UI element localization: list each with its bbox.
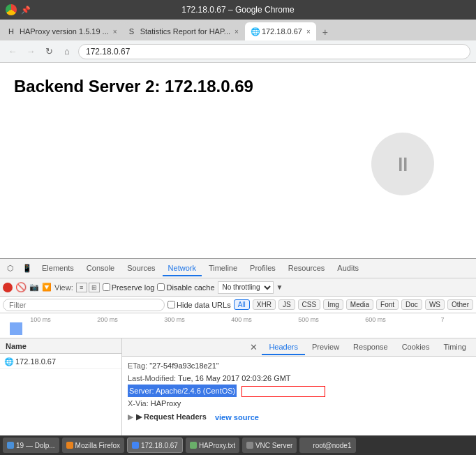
taskbar-item-haproxy[interactable]: HAProxy.txt — [186, 438, 239, 453]
view-source-link[interactable]: view source — [215, 413, 259, 422]
tab-close-2[interactable]: × — [235, 28, 239, 36]
server-key: Server: — [129, 387, 154, 395]
view-list-icon[interactable]: ≡ — [76, 283, 87, 292]
tick-700ms: 7 — [409, 316, 476, 323]
taskbar-item-root[interactable]: root@node1 — [299, 438, 355, 453]
preserve-log-checkbox[interactable] — [103, 283, 110, 291]
view-label: View: — [54, 283, 73, 292]
filter-js-btn[interactable]: JS — [278, 299, 295, 310]
reload-button[interactable]: ↻ — [42, 45, 56, 59]
ghost-overlay: ⏸ — [371, 133, 434, 195]
taskbar-dot-haproxy — [190, 442, 197, 449]
home-button[interactable]: ⌂ — [60, 45, 74, 59]
taskbar-item-firefox[interactable]: Mozilla Firefox — [62, 438, 124, 453]
pin-icon: 📌 — [21, 6, 31, 15]
filter-all-btn[interactable]: All — [234, 299, 250, 310]
filter-other-btn[interactable]: Other — [447, 299, 473, 310]
request-name: 172.18.0.67 — [15, 357, 56, 366]
request-headers-section[interactable]: ▶ ▶ Request Headers view source — [128, 412, 470, 422]
devtools-mobile-icon[interactable]: 📱 — [20, 261, 35, 276]
filter-bar: Hide data URLs All XHR JS CSS Img Media … — [0, 297, 476, 313]
request-row[interactable]: 🌐 172.18.0.67 — [0, 354, 121, 369]
filter-funnel-button[interactable]: 🔽 — [42, 283, 52, 292]
devtools-select-icon[interactable]: ⬡ — [3, 261, 18, 276]
tab-favicon-2: S — [129, 27, 137, 36]
forward-button[interactable]: → — [24, 45, 38, 59]
view-group-icon[interactable]: ⊞ — [89, 283, 100, 292]
server-red-box — [241, 386, 325, 397]
disable-cache-checkbox[interactable] — [157, 283, 165, 291]
filter-doc-btn[interactable]: Doc — [401, 299, 422, 310]
detail-tab-preview[interactable]: Preview — [305, 340, 346, 355]
pause-icon: ⏸ — [393, 153, 412, 176]
devtools-tab-bar: ⬡ 📱 Elements Console Sources Network Tim… — [0, 259, 476, 278]
detail-tab-bar: ✕ Headers Preview Response Cookies Timin… — [122, 338, 476, 357]
tab-statistics-report[interactable]: S Statistics Report for HAP... × — [124, 22, 244, 40]
clear-button[interactable]: 🚫 — [15, 282, 27, 292]
taskbar-item-chrome[interactable]: 172.18.0.67 — [127, 438, 183, 453]
preserve-log-checkbox-label[interactable]: Preserve log — [103, 283, 155, 292]
tab-timeline[interactable]: Timeline — [203, 261, 243, 276]
tab-172-18-0-67[interactable]: 🌐 172.18.0.67 × — [245, 22, 316, 40]
filter-ws-btn[interactable]: WS — [425, 299, 445, 310]
url-input[interactable]: 172.18.0.67 — [78, 44, 470, 59]
tab-audits[interactable]: Audits — [332, 261, 364, 276]
filter-font-btn[interactable]: Font — [376, 299, 399, 310]
timeline-bar: 100 ms 200 ms 300 ms 400 ms 500 ms 600 m… — [0, 313, 476, 338]
detail-tab-response[interactable]: Response — [346, 340, 395, 355]
detail-row-xvia: X-Via: HAProxy — [128, 397, 470, 410]
tab-resources[interactable]: Resources — [283, 261, 331, 276]
camera-button[interactable]: 📷 — [29, 283, 39, 292]
page-heading: Backend Server 2: 172.18.0.69 — [14, 77, 462, 96]
filter-xhr-btn[interactable]: XHR — [253, 299, 276, 310]
filter-img-btn[interactable]: Img — [323, 299, 343, 310]
url-text: 172.18.0.67 — [86, 47, 130, 57]
hide-data-urls-checkbox[interactable] — [168, 301, 175, 308]
detail-close-button[interactable]: ✕ — [246, 342, 262, 352]
tab-console[interactable]: Console — [81, 261, 120, 276]
tab-bar: H HAProxy version 1.5.19 ... × S Statist… — [0, 20, 476, 40]
tab-close-1[interactable]: × — [113, 28, 117, 36]
tab-close-3[interactable]: × — [306, 28, 311, 36]
last-modified-val: Tue, 16 May 2017 02:03:26 GMT — [178, 374, 291, 382]
filter-media-btn[interactable]: Media — [346, 299, 373, 310]
hide-data-urls-label[interactable]: Hide data URLs — [168, 301, 231, 309]
throttle-select[interactable]: No throttling — [218, 281, 274, 294]
taskbar-label-root: root@node1 — [313, 442, 351, 449]
server-val: Apache/2.4.6 (CentOS) — [156, 387, 235, 395]
tab-profiles[interactable]: Profiles — [244, 261, 281, 276]
page-content: Backend Server 2: 172.18.0.69 ⏸ — [0, 63, 476, 258]
tick-200ms: 200 ms — [74, 316, 141, 323]
devtools-panel: ⬡ 📱 Elements Console Sources Network Tim… — [0, 258, 476, 455]
filter-css-btn[interactable]: CSS — [298, 299, 321, 310]
taskbar-dot-root — [304, 442, 311, 449]
detail-tab-headers[interactable]: Headers — [262, 340, 305, 355]
back-button[interactable]: ← — [6, 45, 20, 59]
taskbar-item-vnc[interactable]: VNC Server — [242, 438, 297, 453]
detail-tab-timing[interactable]: Timing — [436, 340, 473, 355]
last-modified-key: Last-Modified: — [128, 374, 176, 382]
tick-300ms: 300 ms — [141, 316, 208, 323]
detail-tab-cookies[interactable]: Cookies — [395, 340, 437, 355]
taskbar-item-dolphin[interactable]: 19 — Dolp... — [3, 438, 59, 453]
throttle-arrow-icon: ▼ — [276, 283, 283, 291]
tab-label-2: Statistics Report for HAP... — [140, 27, 230, 36]
taskbar-label-chrome: 172.18.0.67 — [141, 442, 178, 449]
tab-network[interactable]: Network — [163, 261, 202, 276]
tab-haproxy-version[interactable]: H HAProxy version 1.5.19 ... × — [3, 22, 123, 40]
taskbar-dot-dolphin — [7, 442, 14, 449]
xvia-key: X-Via: — [128, 399, 149, 408]
record-button[interactable] — [3, 283, 13, 292]
filter-input[interactable] — [3, 299, 165, 311]
tab-sources[interactable]: Sources — [121, 261, 161, 276]
taskbar: 19 — Dolp... Mozilla Firefox 172.18.0.67… — [0, 435, 476, 455]
requests-column-header: Name — [0, 338, 121, 354]
title-bar: 📌 172.18.0.67 – Google Chrome — [0, 0, 476, 20]
request-headers-label: ▶ Request Headers — [136, 412, 207, 422]
tab-elements[interactable]: Elements — [36, 261, 80, 276]
taskbar-dot-firefox — [66, 442, 73, 449]
disable-cache-checkbox-label[interactable]: Disable cache — [157, 283, 214, 292]
network-toolbar: 🚫 📷 🔽 View: ≡ ⊞ Preserve log Disable cac… — [0, 278, 476, 297]
new-tab-button[interactable]: + — [317, 24, 334, 40]
etag-val: "27-54f9a93c18e21" — [149, 361, 219, 370]
